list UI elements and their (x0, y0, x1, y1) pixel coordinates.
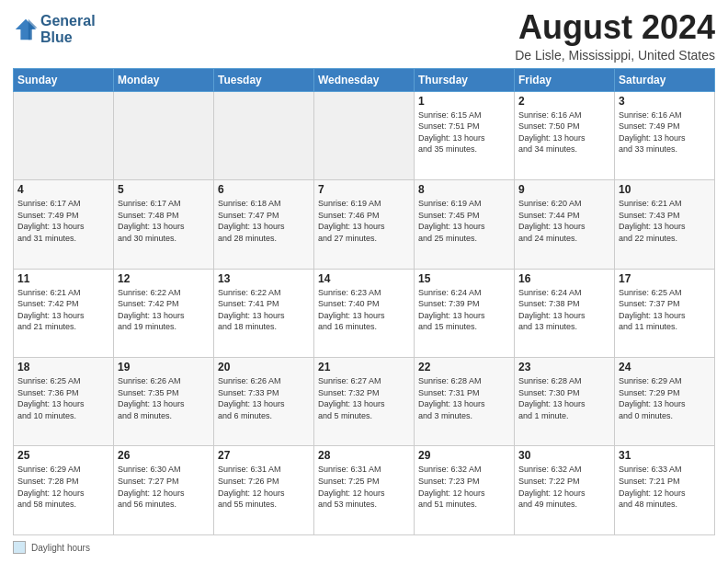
table-row: 24Sunrise: 6:29 AMSunset: 7:29 PMDayligh… (615, 358, 715, 446)
day-info: Sunrise: 6:33 AMSunset: 7:21 PMDaylight:… (619, 464, 711, 510)
logo: General Blue (13, 13, 96, 45)
calendar-week-1: 1Sunrise: 6:15 AMSunset: 7:51 PMDaylight… (14, 91, 715, 179)
day-info: Sunrise: 6:22 AMSunset: 7:42 PMDaylight:… (118, 287, 210, 333)
day-info: Sunrise: 6:29 AMSunset: 7:29 PMDaylight:… (619, 375, 711, 421)
calendar-week-4: 18Sunrise: 6:25 AMSunset: 7:36 PMDayligh… (14, 358, 715, 446)
table-row: 23Sunrise: 6:28 AMSunset: 7:30 PMDayligh… (515, 358, 615, 446)
day-info: Sunrise: 6:32 AMSunset: 7:22 PMDaylight:… (518, 464, 610, 510)
day-info: Sunrise: 6:31 AMSunset: 7:25 PMDaylight:… (318, 464, 410, 510)
day-info: Sunrise: 6:16 AMSunset: 7:50 PMDaylight:… (518, 109, 610, 155)
table-row: 10Sunrise: 6:21 AMSunset: 7:43 PMDayligh… (615, 180, 715, 269)
day-info: Sunrise: 6:20 AMSunset: 7:44 PMDaylight:… (518, 198, 610, 244)
table-row: 22Sunrise: 6:28 AMSunset: 7:31 PMDayligh… (415, 358, 515, 446)
day-number: 28 (318, 449, 410, 462)
table-row: 18Sunrise: 6:25 AMSunset: 7:36 PMDayligh… (14, 358, 114, 446)
calendar-body: 1Sunrise: 6:15 AMSunset: 7:51 PMDaylight… (14, 91, 715, 534)
table-row (214, 91, 314, 179)
day-number: 17 (619, 272, 711, 285)
table-row: 1Sunrise: 6:15 AMSunset: 7:51 PMDaylight… (415, 91, 515, 179)
day-number: 15 (418, 272, 510, 285)
day-info: Sunrise: 6:19 AMSunset: 7:46 PMDaylight:… (318, 198, 410, 244)
table-row: 26Sunrise: 6:30 AMSunset: 7:27 PMDayligh… (114, 446, 214, 535)
day-number: 3 (619, 95, 711, 108)
table-row: 28Sunrise: 6:31 AMSunset: 7:25 PMDayligh… (314, 446, 415, 535)
calendar: Sunday Monday Tuesday Wednesday Thursday… (13, 68, 715, 535)
day-number: 23 (518, 361, 610, 373)
table-row: 5Sunrise: 6:17 AMSunset: 7:48 PMDaylight… (114, 180, 214, 269)
table-row: 14Sunrise: 6:23 AMSunset: 7:40 PMDayligh… (314, 269, 415, 357)
month-title: August 2024 (515, 9, 715, 46)
table-row: 25Sunrise: 6:29 AMSunset: 7:28 PMDayligh… (14, 446, 114, 535)
day-number: 21 (318, 361, 410, 373)
day-info: Sunrise: 6:25 AMSunset: 7:36 PMDaylight:… (17, 375, 109, 421)
day-info: Sunrise: 6:18 AMSunset: 7:47 PMDaylight:… (218, 198, 310, 244)
table-row: 27Sunrise: 6:31 AMSunset: 7:26 PMDayligh… (214, 446, 314, 535)
day-info: Sunrise: 6:21 AMSunset: 7:43 PMDaylight:… (619, 198, 711, 244)
daylight-label: Daylight hours (31, 543, 90, 553)
day-info: Sunrise: 6:26 AMSunset: 7:33 PMDaylight:… (218, 375, 310, 421)
col-monday: Monday (114, 68, 214, 91)
table-row: 11Sunrise: 6:21 AMSunset: 7:42 PMDayligh… (14, 269, 114, 357)
day-info: Sunrise: 6:32 AMSunset: 7:23 PMDaylight:… (418, 464, 510, 510)
table-row (114, 91, 214, 179)
day-number: 30 (518, 449, 610, 462)
calendar-week-5: 25Sunrise: 6:29 AMSunset: 7:28 PMDayligh… (14, 446, 715, 535)
footer: Daylight hours (13, 541, 715, 554)
day-info: Sunrise: 6:29 AMSunset: 7:28 PMDaylight:… (17, 464, 109, 510)
table-row: 20Sunrise: 6:26 AMSunset: 7:33 PMDayligh… (214, 358, 314, 446)
table-row: 16Sunrise: 6:24 AMSunset: 7:38 PMDayligh… (515, 269, 615, 357)
table-row: 31Sunrise: 6:33 AMSunset: 7:21 PMDayligh… (615, 446, 715, 535)
day-number: 24 (619, 361, 711, 373)
table-row: 9Sunrise: 6:20 AMSunset: 7:44 PMDaylight… (515, 180, 615, 269)
day-number: 25 (17, 449, 109, 462)
logo-text: General Blue (40, 13, 96, 45)
day-info: Sunrise: 6:23 AMSunset: 7:40 PMDaylight:… (318, 287, 410, 333)
day-number: 22 (418, 361, 510, 373)
day-info: Sunrise: 6:22 AMSunset: 7:41 PMDaylight:… (218, 287, 310, 333)
day-info: Sunrise: 6:28 AMSunset: 7:31 PMDaylight:… (418, 375, 510, 421)
calendar-week-3: 11Sunrise: 6:21 AMSunset: 7:42 PMDayligh… (14, 269, 715, 357)
day-number: 9 (518, 183, 610, 196)
day-number: 12 (118, 272, 210, 285)
calendar-week-2: 4Sunrise: 6:17 AMSunset: 7:49 PMDaylight… (14, 180, 715, 269)
title-block: August 2024 De Lisle, Mississippi, Unite… (515, 9, 715, 63)
day-number: 6 (218, 183, 310, 196)
day-number: 2 (518, 95, 610, 108)
table-row: 15Sunrise: 6:24 AMSunset: 7:39 PMDayligh… (415, 269, 515, 357)
day-number: 4 (17, 183, 109, 196)
day-number: 1 (418, 95, 510, 108)
table-row (14, 91, 114, 179)
day-info: Sunrise: 6:31 AMSunset: 7:26 PMDaylight:… (218, 464, 310, 510)
table-row: 12Sunrise: 6:22 AMSunset: 7:42 PMDayligh… (114, 269, 214, 357)
day-info: Sunrise: 6:21 AMSunset: 7:42 PMDaylight:… (17, 287, 109, 333)
table-row: 7Sunrise: 6:19 AMSunset: 7:46 PMDaylight… (314, 180, 415, 269)
table-row: 2Sunrise: 6:16 AMSunset: 7:50 PMDaylight… (515, 91, 615, 179)
day-info: Sunrise: 6:15 AMSunset: 7:51 PMDaylight:… (418, 109, 510, 155)
day-info: Sunrise: 6:26 AMSunset: 7:35 PMDaylight:… (118, 375, 210, 421)
col-saturday: Saturday (615, 68, 715, 91)
col-sunday: Sunday (14, 68, 114, 91)
table-row: 8Sunrise: 6:19 AMSunset: 7:45 PMDaylight… (415, 180, 515, 269)
table-row: 21Sunrise: 6:27 AMSunset: 7:32 PMDayligh… (314, 358, 415, 446)
col-thursday: Thursday (415, 68, 515, 91)
table-row: 30Sunrise: 6:32 AMSunset: 7:22 PMDayligh… (515, 446, 615, 535)
table-row (314, 91, 415, 179)
day-info: Sunrise: 6:17 AMSunset: 7:49 PMDaylight:… (17, 198, 109, 244)
day-info: Sunrise: 6:27 AMSunset: 7:32 PMDaylight:… (318, 375, 410, 421)
header: General Blue August 2024 De Lisle, Missi… (13, 9, 715, 63)
day-info: Sunrise: 6:30 AMSunset: 7:27 PMDaylight:… (118, 464, 210, 510)
day-info: Sunrise: 6:28 AMSunset: 7:30 PMDaylight:… (518, 375, 610, 421)
day-info: Sunrise: 6:25 AMSunset: 7:37 PMDaylight:… (619, 287, 711, 333)
day-number: 27 (218, 449, 310, 462)
day-info: Sunrise: 6:19 AMSunset: 7:45 PMDaylight:… (418, 198, 510, 244)
day-number: 19 (118, 361, 210, 373)
day-number: 18 (17, 361, 109, 373)
day-number: 10 (619, 183, 711, 196)
table-row: 4Sunrise: 6:17 AMSunset: 7:49 PMDaylight… (14, 180, 114, 269)
location: De Lisle, Mississippi, United States (515, 48, 715, 63)
table-row: 6Sunrise: 6:18 AMSunset: 7:47 PMDaylight… (214, 180, 314, 269)
day-info: Sunrise: 6:16 AMSunset: 7:49 PMDaylight:… (619, 109, 711, 155)
col-tuesday: Tuesday (214, 68, 314, 91)
day-number: 11 (17, 272, 109, 285)
table-row: 29Sunrise: 6:32 AMSunset: 7:23 PMDayligh… (415, 446, 515, 535)
